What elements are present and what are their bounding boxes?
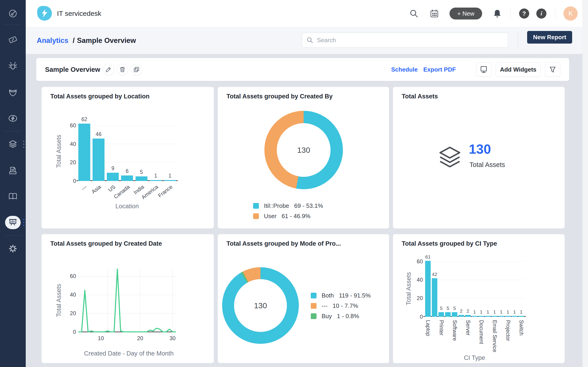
sidebar-item-solutions[interactable]	[8, 191, 18, 201]
bar-column[interactable]: 1	[505, 309, 510, 317]
bar[interactable]	[121, 175, 133, 181]
bars: 624696511	[78, 121, 176, 181]
new-button[interactable]: + New	[450, 8, 482, 19]
help-button[interactable]: ?	[519, 8, 529, 19]
header-calendar-button[interactable]	[429, 8, 439, 19]
sidebar-item-releases[interactable]	[8, 113, 18, 123]
filter-button[interactable]	[545, 62, 560, 77]
app-logo[interactable]	[37, 6, 52, 21]
bar[interactable]	[465, 315, 471, 317]
sidebar-item-settings[interactable]	[8, 244, 18, 254]
search-input[interactable]	[317, 36, 504, 44]
clone-report-button[interactable]	[131, 64, 142, 75]
x-tick-label: Server	[465, 319, 471, 342]
breadcrumb-analytics-link[interactable]: Analytics	[37, 36, 69, 44]
bar[interactable]	[445, 312, 451, 317]
bar-column[interactable]: 1	[519, 309, 524, 317]
delete-report-button[interactable]	[117, 64, 128, 75]
info-button[interactable]: i	[536, 8, 546, 19]
bar-column[interactable]: 1	[485, 309, 491, 317]
export-pdf-link[interactable]: Export PDF	[423, 58, 456, 81]
legend-item[interactable]: Itil::Probe69 - 53.1%	[253, 202, 323, 209]
bar[interactable]	[425, 261, 431, 317]
edit-report-button[interactable]	[103, 64, 114, 75]
sidebar-item-problems[interactable]	[8, 61, 18, 71]
bar[interactable]	[472, 316, 477, 317]
bar-column[interactable]: 61	[425, 254, 431, 317]
x-tick-label	[432, 319, 437, 342]
bar[interactable]	[136, 176, 147, 181]
notifications-button[interactable]	[492, 8, 502, 19]
legend-item[interactable]: Both119 - 91.5%	[311, 292, 371, 299]
bar-column[interactable]: 2	[465, 308, 471, 317]
legend-item[interactable]: User61 - 46.9%	[253, 213, 323, 220]
bar[interactable]	[107, 173, 119, 181]
donut-chart[interactable]: 130	[222, 267, 299, 344]
bar[interactable]	[492, 316, 497, 317]
legend-swatch	[311, 313, 317, 319]
analytics-kebab-menu[interactable]	[23, 219, 24, 226]
bar-column[interactable]: 42	[432, 272, 437, 317]
sidebar-item-purchase[interactable]	[8, 165, 18, 175]
sidebar-item-tickets[interactable]	[8, 35, 18, 45]
sidebar-item-dashboard[interactable]	[8, 8, 18, 19]
sidebar-item-changes[interactable]	[8, 87, 18, 97]
bar[interactable]	[439, 312, 444, 317]
present-button[interactable]	[476, 62, 491, 77]
report-search[interactable]	[302, 33, 508, 48]
bar-column[interactable]: 1	[478, 309, 484, 317]
bar[interactable]	[519, 316, 524, 317]
x-tick-label	[445, 319, 451, 342]
bar-column[interactable]: 5	[452, 306, 457, 317]
assets-kebab-menu[interactable]	[23, 141, 24, 148]
bar[interactable]	[452, 312, 457, 317]
bar-column[interactable]: 1	[512, 309, 517, 317]
bar-column[interactable]: 62	[78, 116, 90, 181]
user-avatar[interactable]: K	[563, 6, 578, 21]
bar-column[interactable]: 9	[107, 165, 119, 181]
sidebar	[0, 0, 26, 367]
vertical-scrollbar[interactable]	[582, 0, 588, 367]
bar-column[interactable]: 1	[164, 173, 176, 181]
bar-column[interactable]: 5	[439, 306, 444, 317]
analytics-board-icon	[8, 217, 18, 227]
sidebar-item-assets[interactable]	[8, 139, 18, 149]
widget-title: Total Assets grouped by Created Date	[50, 240, 162, 247]
bar[interactable]	[485, 316, 491, 317]
bar-column[interactable]: 5	[445, 306, 451, 317]
avatar-initial: K	[569, 10, 573, 17]
bar-value-label: 5	[140, 169, 143, 175]
bar[interactable]	[512, 316, 517, 317]
bar-column[interactable]: 1	[150, 173, 162, 181]
bar[interactable]	[78, 124, 90, 181]
donut-chart[interactable]: 130	[264, 111, 343, 189]
bar-column[interactable]: 2	[458, 308, 464, 317]
legend-item[interactable]: ---10 - 7.7%	[311, 302, 371, 309]
divider	[518, 32, 518, 48]
bar[interactable]	[164, 180, 176, 181]
bar[interactable]	[458, 315, 464, 317]
bar[interactable]	[505, 316, 510, 317]
bar[interactable]	[478, 316, 484, 317]
header-search-button[interactable]	[409, 8, 419, 19]
schedule-link[interactable]: Schedule	[391, 58, 418, 81]
bar-column[interactable]: 6	[121, 168, 133, 181]
bar-column[interactable]: 1	[492, 309, 497, 317]
bar[interactable]	[93, 139, 104, 181]
legend-item[interactable]: Buy1 - 0.8%	[311, 313, 371, 320]
bar-chart-plot[interactable]: 624696511	[78, 121, 176, 181]
sidebar-item-analytics-active[interactable]	[8, 217, 18, 227]
bar-column[interactable]: 1	[472, 309, 477, 317]
bar-column[interactable]: 1	[498, 309, 504, 317]
x-axis-title: Location	[78, 203, 176, 210]
new-report-button[interactable]: New Report	[527, 31, 572, 44]
bar[interactable]	[432, 278, 437, 317]
y-tick: 20	[62, 159, 76, 166]
bar[interactable]	[498, 316, 504, 317]
bar[interactable]	[150, 180, 162, 181]
bar-column[interactable]: 5	[136, 169, 147, 181]
bar-chart-plot[interactable]: 61425552211111111	[425, 257, 524, 317]
line-chart-plot[interactable]	[78, 268, 176, 332]
add-widgets-button[interactable]: Add Widgets	[496, 62, 541, 77]
bar-column[interactable]: 46	[93, 131, 104, 181]
